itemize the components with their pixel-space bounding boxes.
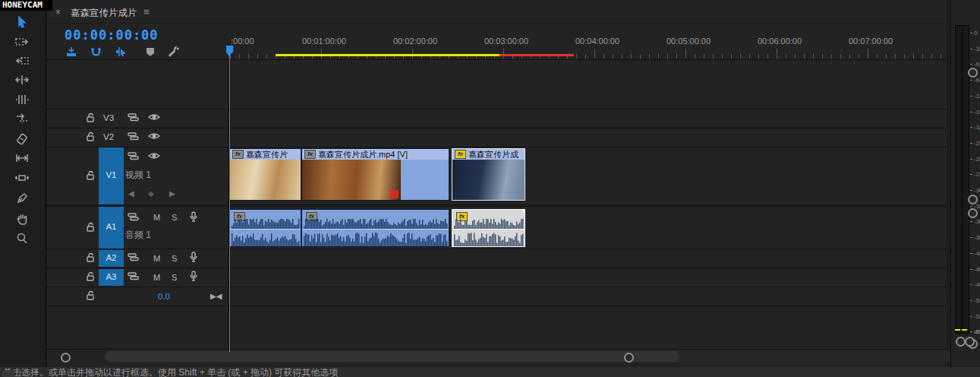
source-patch-a3[interactable]: A3 xyxy=(99,269,124,286)
scrollbar-handle[interactable] xyxy=(968,208,978,218)
track-label-v2[interactable]: V2 xyxy=(103,132,114,141)
track-lock-icon[interactable] xyxy=(85,222,97,234)
panel-menu-icon[interactable]: ≡ xyxy=(143,6,150,17)
playhead-marker[interactable] xyxy=(226,46,233,52)
meter-button[interactable] xyxy=(965,337,975,347)
sync-lock-icon[interactable] xyxy=(128,212,140,224)
track-select-backward-tool[interactable] xyxy=(11,52,33,69)
track-name-audio1[interactable]: 音频 1 xyxy=(125,229,151,242)
sync-lock-icon[interactable] xyxy=(128,252,140,265)
fx-badge-icon: fx xyxy=(455,150,466,159)
video-clip-2[interactable]: fx嘉森宣传片成片.mp4 [V] xyxy=(301,148,449,201)
previous-keyframe-icon[interactable]: ◀ xyxy=(128,189,134,198)
master-gain-value[interactable]: 0.0 xyxy=(158,292,170,301)
clip-header: fx嘉森宣传片成片.mp4 [V] xyxy=(302,149,449,160)
sequence-tab-title[interactable]: 嘉森宣传片成片 xyxy=(71,7,137,20)
time-ruler[interactable]: :00:00 00:01:00:00 00:02:00:00 00:03:00:… xyxy=(229,23,946,59)
mute-track-button[interactable]: M xyxy=(153,254,160,263)
audio-meter-panel: 0-3-6-9-12-15-18-21-24-27-30-33-36-39-42… xyxy=(950,0,980,377)
solo-track-button[interactable]: S xyxy=(172,213,177,222)
ruler-label: :00:00 xyxy=(231,36,254,46)
status-bar: 单击选择。或单击并拖动以进行框选。使用 Shift + 单击 (或 + 拖动) … xyxy=(0,367,980,377)
snap-icon[interactable] xyxy=(87,44,104,59)
track-lock-icon[interactable] xyxy=(85,131,97,144)
scrollbar-handle[interactable] xyxy=(968,195,978,204)
video-clip-1[interactable]: fx嘉森宣传片 xyxy=(229,148,301,201)
audio-clip-3[interactable]: fx xyxy=(452,209,525,247)
sync-lock-icon[interactable] xyxy=(128,112,140,125)
audio-clip-1[interactable]: fx xyxy=(229,209,301,247)
track-name-video1[interactable]: 视频 1 xyxy=(125,169,151,182)
timeline-settings-icon[interactable] xyxy=(166,44,183,59)
horizontal-scrollbar-thumb[interactable] xyxy=(106,351,679,362)
close-tab-icon[interactable]: × xyxy=(55,7,61,17)
toggle-track-output-icon[interactable] xyxy=(148,112,160,125)
razor-tool[interactable] xyxy=(11,131,33,147)
voiceover-record-icon[interactable] xyxy=(189,211,201,223)
track-lock-icon[interactable] xyxy=(85,112,97,125)
ripple-edit-tool[interactable] xyxy=(11,71,33,88)
audio-clip-2[interactable]: fx xyxy=(301,209,449,247)
pen-tool[interactable] xyxy=(11,190,33,207)
selection-tool[interactable] xyxy=(11,14,33,30)
slide-tool[interactable] xyxy=(11,169,33,186)
scrollbar-handle[interactable] xyxy=(968,68,978,78)
fx-badge-icon: fx xyxy=(304,150,316,159)
solo-track-button[interactable]: S xyxy=(172,254,177,263)
voiceover-record-icon[interactable] xyxy=(189,271,201,283)
sync-lock-icon[interactable] xyxy=(128,271,140,284)
clip-corner-fold xyxy=(520,209,525,214)
scrollbar-zoom-handle[interactable] xyxy=(624,353,634,363)
voiceover-record-icon[interactable] xyxy=(189,252,201,264)
clip-header: fx嘉森宣传片 xyxy=(230,149,301,160)
audio-waveform xyxy=(452,219,525,246)
divider xyxy=(46,204,946,205)
divider xyxy=(46,249,946,249)
source-patch-v1[interactable]: V1 xyxy=(99,147,124,204)
track-lock-icon[interactable] xyxy=(85,290,97,303)
sync-lock-icon[interactable] xyxy=(128,151,140,163)
ruler-label: 00:01:00:00 xyxy=(302,36,346,46)
panel-tab-bar: × 嘉森宣传片成片 ≡ xyxy=(46,0,946,24)
mute-track-button[interactable]: M xyxy=(153,273,160,282)
sync-lock-icon[interactable] xyxy=(128,131,140,144)
toggle-track-output-icon[interactable] xyxy=(148,131,160,144)
clip-header: fx嘉森宣传片成 xyxy=(452,149,525,160)
track-lock-icon[interactable] xyxy=(85,271,97,284)
render-bar-red xyxy=(499,54,574,56)
linked-selection-icon[interactable] xyxy=(113,44,130,59)
ruler-label: 00:06:00:00 xyxy=(758,36,802,46)
track-label-v3[interactable]: V3 xyxy=(103,113,114,122)
channel-divider xyxy=(302,229,449,230)
track-lock-icon[interactable] xyxy=(85,252,97,265)
tools-panel xyxy=(0,0,46,377)
thumbnail-badge xyxy=(390,190,399,198)
toggle-track-output-icon[interactable] xyxy=(148,151,160,163)
master-keyframe-icon[interactable]: ▶◀ xyxy=(210,292,222,300)
source-patch-a2[interactable]: A2 xyxy=(99,250,124,267)
source-patch-a1[interactable]: A1 xyxy=(99,207,124,249)
rate-stretch-tool[interactable] xyxy=(11,110,33,127)
video-clip-3[interactable]: fx嘉森宣传片成 xyxy=(452,148,525,201)
channel-divider xyxy=(230,229,301,230)
zoom-tool[interactable] xyxy=(11,230,33,247)
next-keyframe-icon[interactable]: ▶ xyxy=(169,189,175,198)
add-marker-icon[interactable] xyxy=(142,44,159,59)
mute-track-button[interactable]: M xyxy=(153,213,160,222)
clip-thumbnail xyxy=(230,160,301,200)
scrollbar-zoom-handle[interactable] xyxy=(61,353,71,363)
divider xyxy=(46,147,946,147)
slip-tool[interactable] xyxy=(11,150,33,166)
hand-tool[interactable] xyxy=(11,211,33,227)
audio-waveform xyxy=(230,219,301,246)
clip-thumbnail xyxy=(302,160,401,200)
track-select-forward-tool[interactable] xyxy=(11,33,33,50)
solo-track-button[interactable]: S xyxy=(172,273,177,282)
meter-peak-left xyxy=(955,329,960,331)
rolling-edit-tool[interactable] xyxy=(11,91,33,108)
playhead-timecode[interactable]: 00:00:00:00 xyxy=(65,27,159,43)
add-keyframe-icon[interactable]: ◆ xyxy=(148,189,154,198)
ruler-label: 00:03:00:00 xyxy=(484,36,528,46)
insert-overwrite-sequence-icon[interactable] xyxy=(63,44,80,59)
track-lock-icon[interactable] xyxy=(85,170,97,182)
